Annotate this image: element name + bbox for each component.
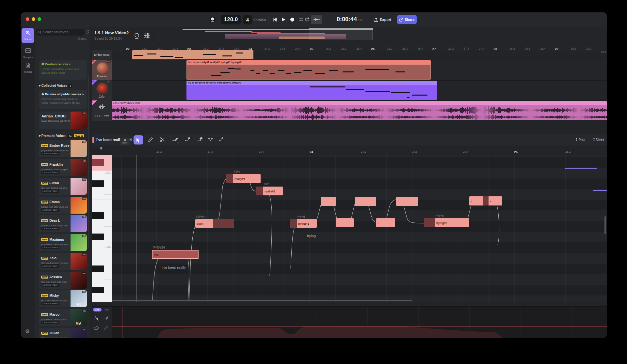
clip-instrumental[interactable]: 1.9.1 NEW VIDEO-instr <box>112 101 607 120</box>
filters-toggle[interactable]: Filters ▸ <box>76 37 87 40</box>
search-input[interactable]: Search for voices <box>36 29 85 36</box>
license-pill[interactable]: License Free> <box>41 150 59 156</box>
voice-card-elirah[interactable]: NEW Elirahr&b pop ballad breathyLicense … <box>39 178 87 195</box>
export-button[interactable]: Export <box>374 15 391 24</box>
count-in-icon[interactable] <box>134 32 140 39</box>
piano-roll-ruler[interactable]: C Major 23.223.323.42424.224.324.42525.2 <box>92 145 607 156</box>
close-editor-button[interactable]: ⍗ Close <box>593 138 604 142</box>
energy-toggle[interactable]: Ene. <box>93 308 102 311</box>
note[interactable]: trying#1 <box>290 219 317 228</box>
refresh-icon[interactable] <box>85 30 89 34</box>
pitch-anchor-tool[interactable] <box>185 137 190 143</box>
voice-card-jessica[interactable]: NEW Jessicar&b pop soul jazz funkLicense… <box>39 272 87 289</box>
horizontal-scrollbar[interactable] <box>112 300 412 301</box>
params-toggle[interactable]: Par. <box>103 308 111 311</box>
note[interactable]: - <box>483 196 502 205</box>
customize-card[interactable]: ✾ Customize now > Upload vocal data, cre… <box>39 60 87 80</box>
param-draw-tool[interactable] <box>103 315 109 321</box>
param-select-tool[interactable]: A <box>94 315 100 321</box>
energy-curve-area[interactable] <box>112 306 607 338</box>
track-header-instrumental[interactable]: 17 1.9.1 ...-instr <box>92 100 112 121</box>
param-erase-tool[interactable] <box>94 325 100 331</box>
pencil-tool[interactable] <box>148 137 154 143</box>
beats-per-bar[interactable]: 4 <box>243 15 252 24</box>
loop-button[interactable] <box>304 16 311 23</box>
scissors-tool[interactable] <box>160 137 166 143</box>
track-header-ember[interactable]: Ember Rose <box>92 50 112 60</box>
clip-franklin[interactable]: I've been really#1 really#2 trying#1 try… <box>186 60 431 80</box>
note[interactable]: really#1 <box>226 174 261 183</box>
mixer-sliders-icon[interactable] <box>143 33 150 38</box>
black-key[interactable] <box>92 180 104 187</box>
minimap[interactable] <box>183 28 373 45</box>
minimap-viewport[interactable] <box>309 28 373 40</box>
track-header-zalo[interactable]: 16 EN Zalo <box>92 80 112 100</box>
auto-scroll-button[interactable] <box>311 15 322 24</box>
param-line-tool[interactable] <box>103 325 109 331</box>
black-key[interactable] <box>92 287 104 293</box>
license-pill[interactable]: License Free> <box>41 281 59 287</box>
vertical-scrollbar[interactable] <box>604 216 606 234</box>
clip-zalo[interactable]: try to forget#1 forget#2 you baby#1 baby… <box>186 81 437 100</box>
track-header-franklin[interactable]: 15 EN Franklin <box>92 60 112 80</box>
black-key[interactable] <box>92 212 104 219</box>
premade-voices-header[interactable]: ▾ Premade Voices 74 NEW 28 <box>39 134 84 138</box>
minimize-window-button[interactable] <box>32 17 35 21</box>
close-window-button[interactable] <box>26 17 29 21</box>
tempo-display[interactable]: 120.0 <box>221 15 241 24</box>
license-pill[interactable]: License Free> <box>41 206 59 212</box>
license-pill[interactable]: License Free> <box>41 187 59 193</box>
rail-tab-samples[interactable]: Samples <box>22 46 34 60</box>
play-button[interactable] <box>280 16 287 23</box>
license-pill[interactable]: License Free> <box>41 244 59 250</box>
share-button[interactable]: Share <box>397 15 417 24</box>
zoom-window-button[interactable] <box>38 17 41 21</box>
note[interactable]: - <box>321 197 336 206</box>
pitch-draw-tool[interactable]: ▾ <box>172 137 178 143</box>
license-pill[interactable]: License Free> <box>41 300 59 306</box>
voice-card-julian[interactable]: NEW Julianlatin pop reggaeton afrLicense… <box>39 328 87 338</box>
note[interactable]: - <box>355 197 376 206</box>
project-title[interactable]: 1.9.1 New Video2 <box>94 30 129 35</box>
pointer-tool-button[interactable] <box>134 135 143 144</box>
record-button[interactable] <box>289 16 296 23</box>
note[interactable]: been <box>195 219 234 228</box>
black-key[interactable] <box>92 159 104 166</box>
note[interactable]: - <box>396 197 418 206</box>
black-key[interactable] <box>92 265 104 272</box>
sidebar-scrollbar[interactable] <box>88 74 88 247</box>
rail-tab-voices[interactable]: Voices <box>22 28 34 43</box>
voice-card-emma[interactable]: NEW Emmaballad pop folk kpop edLicense F… <box>39 197 87 214</box>
piano-roll-grid[interactable]: I've*[hh][ay][v]been[b][ih][n]really#1[r… <box>112 155 607 302</box>
collected-voice-card[interactable]: Adrian_CMDC bass resonant baritone EN <box>39 112 87 129</box>
note[interactable]: - <box>376 218 395 227</box>
voice-card-micky[interactable]: NEW Mickyjazz folk flamenco latinLicense… <box>39 290 87 307</box>
license-pill[interactable]: License Free> <box>41 262 59 268</box>
pitch-bend-tool[interactable] <box>219 137 225 143</box>
note[interactable]: trying#2 <box>424 218 469 227</box>
settings-gear-icon[interactable]: ⚙ <box>25 328 30 335</box>
note[interactable]: - <box>469 196 484 205</box>
license-pill[interactable]: License Free> <box>41 225 59 231</box>
customize-title[interactable]: ✾ Customize now > <box>41 62 84 66</box>
voice-card-zalo[interactable]: NEW Zalor&b soul gospel resonaLicense Fr… <box>39 253 87 270</box>
vibrato-tool[interactable] <box>208 137 214 143</box>
voice-card-drex-l[interactable]: NEW Drex Lpop r&b funk blues gosLicense … <box>39 215 87 232</box>
license-pill[interactable]: License Free> <box>41 169 59 174</box>
browse-public-voices-card[interactable]: ⊕ Browse all public voices > Discover co… <box>39 90 87 109</box>
speaker-icon[interactable] <box>100 146 104 150</box>
skip-to-start-button[interactable] <box>271 16 278 23</box>
voice-card-maximus[interactable]: NEW Maximuspop ballad latin folk latiLic… <box>39 234 87 251</box>
voice-card-ember-rose[interactable]: NEW Ember Rosepop clear ballad edm hoLic… <box>39 140 87 157</box>
browse-title[interactable]: ⊕ Browse all public voices > <box>41 92 84 96</box>
note[interactable]: really#2 <box>256 187 283 195</box>
license-pill[interactable]: License Free> <box>41 337 59 338</box>
note[interactable]: - <box>336 218 354 227</box>
rail-tab-templates[interactable]: Templs <box>22 61 34 74</box>
black-key[interactable] <box>92 234 104 240</box>
note[interactable]: I've <box>152 250 199 259</box>
collected-voices-header[interactable]: ▾ Collected Voices 1 <box>39 84 72 88</box>
clip-ember[interactable] <box>132 50 253 59</box>
scale-selector[interactable]: C Major <box>120 138 130 145</box>
metronome-icon[interactable] <box>209 16 216 23</box>
